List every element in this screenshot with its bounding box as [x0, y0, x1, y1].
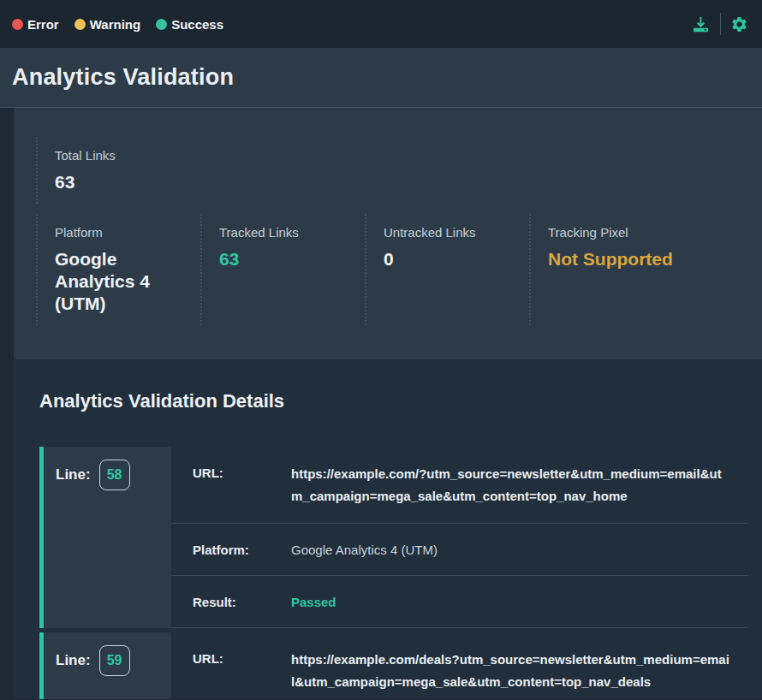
topbar-actions: [691, 13, 748, 35]
main-content: Total Links 63 Platform Google Analytics…: [0, 108, 762, 699]
field-label: URL:: [193, 463, 291, 507]
stat-value: 0: [384, 248, 517, 270]
detail-fields: URL: https://example.com/deals?utm_sourc…: [171, 632, 748, 699]
page-header: Analytics Validation: [0, 48, 762, 108]
stat-total-links: Total Links 63: [36, 137, 200, 204]
stat-value: 63: [219, 248, 353, 270]
line-label: Line:: [56, 460, 91, 490]
gear-icon[interactable]: [730, 15, 748, 33]
field-row-platform: Platform: Google Analytics 4 (UTM): [171, 524, 748, 576]
download-icon[interactable]: [691, 15, 711, 34]
field-row-url: URL: https://example.com/?utm_source=new…: [171, 447, 748, 524]
field-label: Result:: [193, 592, 291, 612]
success-dot-icon: [156, 19, 167, 30]
platform-value: Google Analytics 4 (UTM): [291, 540, 731, 560]
url-value: https://example.com/deals?utm_source=new…: [291, 649, 731, 693]
stat-value: Google Analytics 4 (UTM): [55, 248, 188, 315]
stat-label: Platform: [55, 224, 188, 240]
summary-row-total: Total Links 63: [36, 137, 740, 204]
summary-row-stats: Platform Google Analytics 4 (UTM) Tracke…: [36, 214, 740, 325]
stat-tracked-links: Tracked Links 63: [200, 214, 365, 325]
page-title: Analytics Validation: [12, 64, 234, 91]
stat-label: Tracking Pixel: [548, 224, 682, 240]
legend-item-success: Success: [156, 17, 223, 32]
line-cell: Line: 58: [39, 447, 171, 628]
detail-block-line-58: Line: 58 URL: https://example.com/?utm_s…: [39, 447, 748, 628]
error-dot-icon: [12, 19, 23, 30]
topbar-divider: [720, 13, 721, 35]
legend-label-error: Error: [27, 17, 59, 32]
stat-value: Not Supported: [548, 248, 682, 270]
detail-block-line-59: Line: 59 URL: https://example.com/deals?…: [39, 632, 748, 699]
detail-fields: URL: https://example.com/?utm_source=new…: [171, 447, 748, 628]
legend-item-warning: Warning: [74, 17, 140, 32]
details-heading: Analytics Validation Details: [39, 390, 748, 412]
line-label: Line:: [56, 645, 91, 676]
field-label: URL:: [193, 649, 291, 693]
legend-label-success: Success: [171, 17, 223, 32]
topbar: Error Warning Success: [0, 0, 762, 48]
warning-dot-icon: [74, 19, 86, 30]
stat-untracked-links: Untracked Links 0: [365, 214, 529, 325]
stat-label: Untracked Links: [384, 224, 517, 240]
status-legend: Error Warning Success: [12, 17, 223, 32]
line-cell: Line: 59: [39, 632, 171, 699]
field-row-result: Result: Passed: [171, 576, 748, 628]
stat-platform: Platform Google Analytics 4 (UTM): [36, 214, 200, 325]
stat-tracking-pixel: Tracking Pixel Not Supported: [529, 214, 694, 325]
summary-panel: Total Links 63 Platform Google Analytics…: [14, 108, 762, 359]
details-panel: Analytics Validation Details Line: 58 UR…: [14, 359, 762, 699]
result-status: Passed: [291, 592, 731, 612]
legend-label-warning: Warning: [90, 17, 140, 32]
stat-value: 63: [55, 171, 188, 193]
stat-label: Tracked Links: [219, 224, 353, 240]
field-row-url: URL: https://example.com/deals?utm_sourc…: [171, 632, 748, 699]
stat-label: Total Links: [55, 147, 188, 163]
field-label: Platform:: [193, 540, 291, 560]
legend-item-error: Error: [12, 17, 59, 32]
line-number-badge[interactable]: 58: [99, 460, 130, 490]
url-value: https://example.com/?utm_source=newslett…: [291, 463, 731, 507]
line-number-badge[interactable]: 59: [99, 645, 130, 676]
